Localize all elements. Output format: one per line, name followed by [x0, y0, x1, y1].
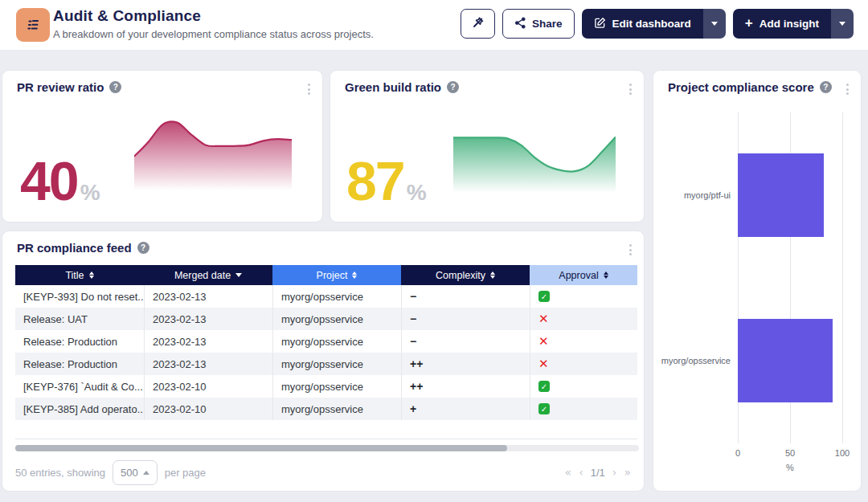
green-build-ratio-unit: %: [407, 180, 427, 205]
card-pr-compliance-feed: PR compliance feed ? TitleMerged datePro…: [2, 231, 645, 492]
page-title: Audit & Compliance: [53, 7, 201, 25]
sort-icon: [352, 271, 357, 280]
card-green-build-ratio: Green build ratio ? 87%: [330, 70, 645, 222]
table-row[interactable]: Release: UAT2023-02-13myorg/opsservice−✕: [15, 308, 637, 330]
help-icon[interactable]: ?: [137, 242, 149, 254]
pr-compliance-table: TitleMerged dateProjectComplexityApprova…: [15, 265, 637, 420]
card-title-pr-compliance-feed: PR compliance feed ?: [17, 241, 149, 255]
edit-dashboard-dropdown-toggle[interactable]: [703, 9, 726, 39]
card-menu-kebab-icon[interactable]: [628, 243, 633, 257]
table-row[interactable]: Release: Production2023-02-13myorg/opsse…: [15, 330, 637, 353]
share-icon: [514, 17, 526, 31]
card-menu-kebab-icon[interactable]: [628, 82, 633, 96]
pagination: « ‹ 1/1 › »: [565, 466, 631, 479]
add-insight-label: Add insight: [760, 18, 819, 30]
approved-check-icon: ✓: [538, 291, 550, 302]
table-row[interactable]: [KEYP-385] Add operato...2023-02-10myorg…: [15, 398, 637, 420]
bar-category-label: myorg/opsservice: [660, 356, 731, 365]
green-build-sparkline-chart: [453, 120, 616, 202]
topbar-actions: Share Edit dashboard + Add insight: [461, 9, 854, 39]
cell-project: myorg/opsservice: [272, 330, 401, 353]
cell-project: myorg/opsservice: [272, 353, 401, 375]
last-page-button[interactable]: »: [624, 466, 631, 479]
bar-myorg-opsservice[interactable]: [738, 319, 833, 402]
edit-dashboard-button-group: Edit dashboard: [582, 9, 726, 39]
unpin-button[interactable]: [461, 9, 495, 39]
column-header-label: Project: [317, 270, 348, 281]
pr-review-ratio-unit: %: [80, 180, 100, 205]
approved-check-icon: ✓: [538, 403, 550, 414]
x-axis-tick-label: 0: [735, 448, 740, 458]
table-row[interactable]: [KEYP-376] `Audit & Co...2023-02-10myorg…: [15, 375, 637, 398]
edit-dashboard-label: Edit dashboard: [612, 18, 691, 30]
next-page-button[interactable]: ›: [612, 466, 617, 479]
cell-complexity: ++: [401, 353, 530, 375]
column-header-approval[interactable]: Approval: [530, 265, 637, 285]
cell-project: myorg/opsservice: [272, 375, 401, 398]
chevron-down-icon: [711, 22, 718, 26]
prev-page-button[interactable]: ‹: [579, 466, 583, 479]
add-insight-button[interactable]: + Add insight: [733, 9, 831, 39]
cell-merged-date: 2023-02-13: [144, 353, 272, 375]
cell-title: Release: Production: [15, 330, 144, 353]
not-approved-x-icon: ✕: [538, 313, 549, 325]
cell-approval: ✓: [530, 398, 637, 420]
pr-review-ratio-title: PR review ratio: [17, 80, 104, 94]
first-page-button[interactable]: «: [565, 466, 572, 479]
page-indicator: 1/1: [591, 467, 605, 479]
card-pr-review-ratio: PR review ratio ? 40%: [2, 70, 323, 222]
sort-icon: [604, 271, 608, 280]
share-button[interactable]: Share: [502, 9, 575, 39]
sort-icon: [89, 271, 94, 280]
page-size-value: 500: [121, 467, 138, 479]
cell-merged-date: 2023-02-13: [144, 330, 272, 353]
card-menu-kebab-icon[interactable]: [306, 82, 312, 96]
horizontal-scrollbar-thumb[interactable]: [15, 445, 507, 451]
table-footer: 50 entries, showing 500 per page « ‹ 1/1…: [15, 459, 631, 486]
not-approved-x-icon: ✕: [538, 358, 549, 370]
edit-dashboard-button[interactable]: Edit dashboard: [582, 9, 703, 39]
cell-approval: ✕: [530, 330, 637, 353]
column-header-complexity[interactable]: Complexity: [401, 265, 530, 285]
page-size-select[interactable]: 500: [113, 460, 158, 485]
help-icon[interactable]: ?: [109, 81, 121, 93]
cell-approval: ✓: [530, 285, 637, 308]
gridline: [842, 112, 843, 443]
cell-approval: ✓: [530, 375, 637, 398]
cell-complexity: +: [401, 398, 530, 420]
cell-merged-date: 2023-02-10: [144, 398, 272, 420]
x-axis-tick-label: 100: [835, 448, 850, 458]
page-subtitle: A breakdown of your development complian…: [53, 28, 374, 40]
card-title-pr-review-ratio: PR review ratio ?: [17, 80, 121, 94]
column-header-merged-date[interactable]: Merged date: [144, 265, 272, 285]
table-body: [KEYP-393] Do not reset...2023-02-13myor…: [15, 285, 637, 420]
add-insight-button-group: + Add insight: [733, 9, 854, 39]
column-header-label: Merged date: [174, 270, 231, 281]
cell-merged-date: 2023-02-13: [144, 308, 272, 330]
sort-desc-icon: [235, 273, 242, 277]
add-insight-dropdown-toggle[interactable]: [831, 9, 854, 39]
sort-icon: [490, 271, 495, 280]
column-header-title[interactable]: Title: [15, 265, 144, 285]
dashboard-list-icon: [16, 8, 50, 42]
chevron-up-icon: [143, 471, 149, 475]
cell-project: myorg/opsservice: [272, 308, 401, 330]
cell-project: myorg/opsservice: [272, 285, 401, 308]
column-header-label: Title: [65, 270, 84, 281]
cell-complexity: −: [401, 330, 530, 353]
not-approved-x-icon: ✕: [538, 336, 549, 348]
cell-merged-date: 2023-02-10: [144, 375, 272, 398]
cell-merged-date: 2023-02-13: [144, 285, 272, 308]
edit-pencil-icon: [594, 17, 606, 31]
table-row[interactable]: [KEYP-393] Do not reset...2023-02-13myor…: [15, 285, 637, 308]
column-header-project[interactable]: Project: [272, 265, 401, 285]
green-build-ratio-value: 87%: [346, 153, 427, 208]
bar-myorg-ptf-ui[interactable]: [738, 153, 824, 237]
pr-review-sparkline-chart: [134, 116, 292, 202]
table-row[interactable]: Release: Production2023-02-13myorg/opsse…: [15, 353, 637, 375]
table-bottom-divider: [15, 439, 637, 439]
help-icon[interactable]: ?: [447, 81, 459, 93]
cell-approval: ✕: [530, 308, 637, 330]
project-compliance-bar-chart: 050100%myorg/ptf-uimyorg/opsservice: [653, 71, 861, 491]
cell-complexity: −: [401, 308, 530, 330]
